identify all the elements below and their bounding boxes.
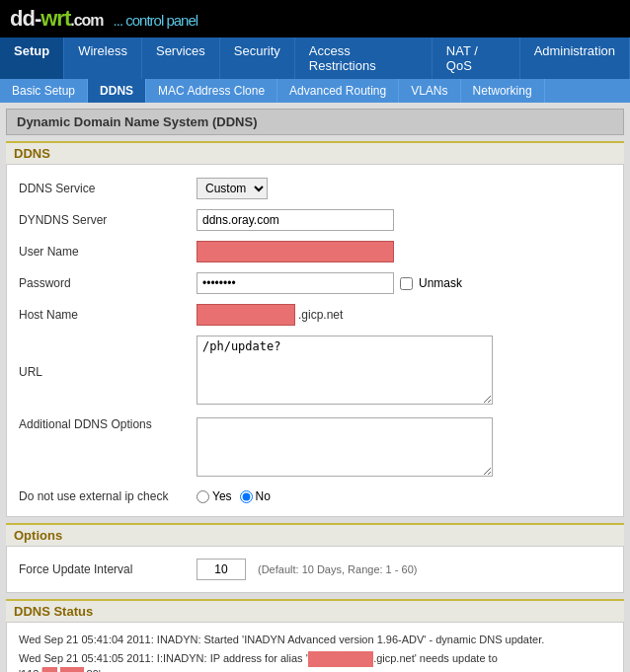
hostname-suffix: .gicp.net xyxy=(298,308,343,322)
nav-advanced-routing[interactable]: Advanced Routing xyxy=(277,79,399,103)
status-redacted-2: ████████ xyxy=(308,651,373,666)
dyndns-server-input[interactable] xyxy=(197,209,394,231)
password-control: Unmask xyxy=(197,272,611,294)
nav-access-restrictions[interactable]: Access Restrictions xyxy=(295,37,433,79)
status-ip-2b: ███ xyxy=(60,667,83,672)
nav-mac-address-clone[interactable]: MAC Address Clone xyxy=(146,79,277,103)
radio-no-label[interactable]: No xyxy=(240,489,271,503)
username-row: User Name xyxy=(19,236,611,267)
nav-basic-setup[interactable]: Basic Setup xyxy=(0,79,88,103)
external-ip-label: Do not use external ip check xyxy=(19,489,197,503)
hostname-input[interactable] xyxy=(197,304,295,326)
external-ip-row: Do not use external ip check Yes No xyxy=(19,485,611,508)
logo-dd: dd- xyxy=(10,6,40,31)
radio-yes[interactable] xyxy=(197,490,209,503)
ddns-section-header: DDNS xyxy=(6,141,624,165)
url-textarea[interactable]: /ph/update? xyxy=(197,336,493,405)
url-control: /ph/update? xyxy=(197,336,611,408)
hostname-row: Host Name .gicp.net xyxy=(19,299,611,331)
radio-no-text: No xyxy=(256,489,271,503)
status-line-2: Wed Sep 21 05:41:05 2011: I:INADYN: IP a… xyxy=(19,649,611,672)
ddns-service-row: DDNS Service Custom xyxy=(19,173,611,204)
nav-top: Setup Wireless Services Security Access … xyxy=(0,37,630,79)
ddns-service-select[interactable]: Custom xyxy=(197,178,268,199)
radio-yes-text: Yes xyxy=(212,489,232,503)
nav-setup[interactable]: Setup xyxy=(0,37,64,79)
ddns-service-label: DDNS Service xyxy=(19,182,197,195)
force-update-input[interactable] xyxy=(197,559,246,580)
additional-control xyxy=(197,417,611,480)
additional-row: Additional DDNS Options xyxy=(19,412,611,485)
status-section: DDNS Status Wed Sep 21 05:41:04 2011: IN… xyxy=(6,599,624,672)
username-input[interactable] xyxy=(197,241,394,262)
nav-sub: Basic Setup DDNS MAC Address Clone Advan… xyxy=(0,79,630,103)
nav-security[interactable]: Security xyxy=(220,37,295,79)
nav-networking[interactable]: Networking xyxy=(461,79,545,103)
nav-nat-qos[interactable]: NAT / QoS xyxy=(433,37,520,79)
logo: dd-wrt.com... control panel xyxy=(10,6,197,32)
nav-services[interactable]: Services xyxy=(142,37,220,79)
header: dd-wrt.com... control panel xyxy=(0,0,630,37)
status-ip-2a: ██ xyxy=(42,667,58,672)
options-section-body: Force Update Interval (Default: 10 Days,… xyxy=(6,547,624,593)
nav-ddns[interactable]: DDNS xyxy=(88,79,146,103)
additional-label: Additional DDNS Options xyxy=(19,417,197,431)
additional-textarea[interactable] xyxy=(197,417,493,477)
ddns-section-body: DDNS Service Custom DYNDNS Server User N… xyxy=(6,165,624,517)
radio-no[interactable] xyxy=(240,490,253,503)
force-update-row: Force Update Interval (Default: 10 Days,… xyxy=(19,555,611,584)
hostname-label: Host Name xyxy=(19,308,197,322)
password-input[interactable] xyxy=(197,272,394,294)
url-row: URL /ph/update? xyxy=(19,331,611,412)
dyndns-server-label: DYNDNS Server xyxy=(19,213,197,227)
options-section: Options Force Update Interval (Default: … xyxy=(6,523,624,593)
ddns-service-control: Custom xyxy=(197,178,611,199)
logo-wrt: wrt xyxy=(40,6,70,31)
nav-wireless[interactable]: Wireless xyxy=(64,37,142,79)
status-section-header: DDNS Status xyxy=(6,599,624,623)
radio-yes-label[interactable]: Yes xyxy=(197,489,232,503)
password-label: Password xyxy=(19,276,197,290)
unmask-checkbox[interactable] xyxy=(400,277,413,290)
hostname-full: .gicp.net xyxy=(197,304,611,326)
nav-vlans[interactable]: VLANs xyxy=(399,79,460,103)
page-title: Dynamic Domain Name System (DDNS) xyxy=(6,109,624,135)
password-row: Password Unmask xyxy=(19,267,611,299)
status-line-1: Wed Sep 21 05:41:04 2011: INADYN: Starte… xyxy=(19,631,611,649)
url-label: URL xyxy=(19,365,197,379)
ddns-section: DDNS DDNS Service Custom DYNDNS Server U… xyxy=(6,141,624,517)
dyndns-server-row: DYNDNS Server xyxy=(19,204,611,236)
username-control xyxy=(197,241,611,262)
logo-com: .com xyxy=(70,12,103,29)
force-update-label: Force Update Interval xyxy=(19,562,197,576)
hostname-control: .gicp.net xyxy=(197,304,611,326)
options-section-header: Options xyxy=(6,523,624,547)
nav-administration[interactable]: Administration xyxy=(520,37,630,79)
username-label: User Name xyxy=(19,245,197,259)
dyndns-server-control xyxy=(197,209,611,231)
unmask-label: Unmask xyxy=(419,276,462,290)
logo-cp: ... control panel xyxy=(114,12,198,29)
force-update-hint: (Default: 10 Days, Range: 1 - 60) xyxy=(258,563,417,575)
external-ip-control: Yes No xyxy=(197,489,611,503)
status-section-body: Wed Sep 21 05:41:04 2011: INADYN: Starte… xyxy=(6,623,624,672)
